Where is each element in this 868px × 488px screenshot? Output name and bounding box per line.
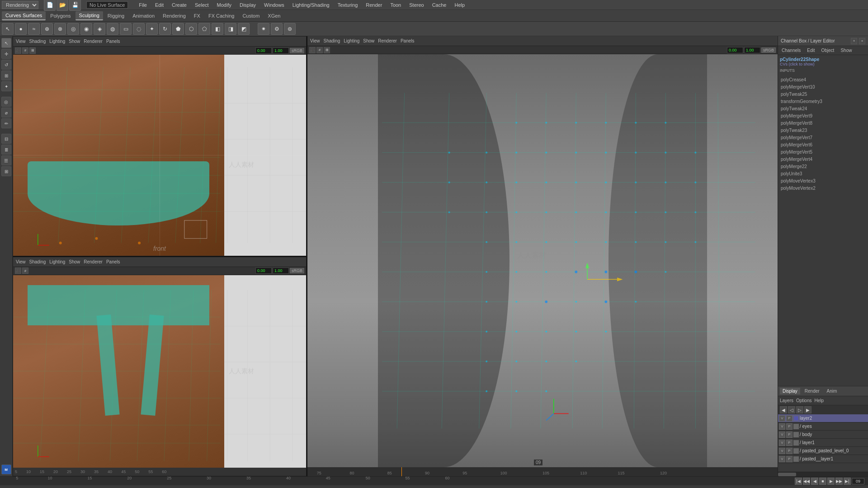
layer-row-1[interactable]: V P / eyes — [778, 422, 868, 431]
play-start-btn[interactable]: |◀ — [795, 478, 802, 485]
channel-item-15[interactable]: polyMoveVertex2 — [780, 185, 866, 192]
channel-item-6[interactable]: polyMergeVert8 — [780, 120, 866, 127]
vp-r-camera-btn[interactable]: 🎥 — [309, 47, 316, 53]
layer-prev2-btn[interactable]: ◁ — [788, 406, 795, 413]
vp-r-show-menu[interactable]: Show — [363, 38, 374, 43]
layer-p-btn-1[interactable]: P — [786, 423, 793, 430]
play-fwd-btn[interactable]: ▶ — [827, 478, 835, 485]
layer-scrollbar[interactable] — [778, 472, 868, 476]
layer-row-3[interactable]: V P / layer1 — [778, 439, 868, 447]
layer-next2-btn[interactable]: ▷ — [796, 406, 803, 413]
layer-p-btn-5[interactable]: P — [786, 456, 793, 462]
viewport-tl-canvas[interactable]: front 人人素材 — [13, 55, 306, 256]
layer-row-5[interactable]: V P / pasted__layer1 — [778, 455, 868, 463]
layer-subtab-layers[interactable]: Layers — [780, 398, 793, 403]
vp-r-grid-btn[interactable]: # — [316, 47, 323, 53]
maya-logo-btn[interactable]: M — [1, 465, 11, 474]
channel-item-11[interactable]: polyMergeVert4 — [780, 156, 866, 163]
tab-rendering[interactable]: Rendering — [159, 12, 189, 20]
menu-edit[interactable]: Edit — [153, 1, 165, 9]
sculpt-relax-tool[interactable]: ≈ — [28, 23, 40, 35]
save-scene-btn[interactable]: 💾 — [69, 0, 81, 11]
viewport-right-canvas[interactable]: 人人素材 09 — [307, 54, 778, 467]
sculpt-smooth-tool[interactable]: ◎ — [67, 23, 79, 35]
sculpt-knife-tool[interactable]: ◨ — [225, 23, 236, 35]
select-tool-btn[interactable]: ↖ — [1, 38, 11, 48]
paint-sel-btn[interactable]: ✏ — [1, 118, 11, 128]
channel-item-10[interactable]: polyMergeVert5 — [780, 149, 866, 156]
cb-tab-object[interactable]: Object — [820, 47, 836, 54]
layer-subtab-options[interactable]: Options — [796, 398, 811, 403]
sculpt-fill-tool[interactable]: ◧ — [212, 23, 223, 35]
layer-v-btn-0[interactable]: V — [779, 415, 785, 422]
layer-v-btn-4[interactable]: V — [779, 448, 785, 454]
component-editor-btn[interactable]: ⊟ — [1, 134, 11, 144]
cvs-link[interactable]: CVs (click to show) — [780, 62, 866, 66]
vp-lighting-menu[interactable]: Lighting — [49, 39, 65, 44]
channel-item-3[interactable]: transformGeometry3 — [780, 98, 866, 105]
cb-tab-channels[interactable]: Channels — [780, 47, 802, 54]
sculpt-select-tool[interactable]: ↖ — [2, 23, 14, 35]
layer-v-btn-5[interactable]: V — [779, 456, 785, 462]
channel-item-12[interactable]: polyMerge22 — [780, 163, 866, 170]
sculpt-flatten-tool[interactable]: ▭ — [120, 23, 132, 35]
sculpt-special2[interactable]: ⚙ — [271, 23, 283, 35]
vp-shading-menu[interactable]: Shading — [29, 39, 46, 44]
layer-p-btn-3[interactable]: P — [786, 440, 793, 446]
vp-renderer-menu[interactable]: Renderer — [84, 39, 103, 44]
play-next-btn[interactable]: ▶▶ — [835, 478, 843, 485]
sculpt-wax-tool[interactable]: ⬡ — [185, 23, 197, 35]
tab-animation[interactable]: Animation — [129, 12, 158, 20]
vp-bl-lighting-menu[interactable]: Lighting — [49, 259, 65, 264]
channel-item-0[interactable]: polyCrease4 — [780, 76, 866, 84]
sculpt-special1[interactable]: ✷ — [258, 23, 269, 35]
sculpt-pull-tool[interactable]: ⊗ — [54, 23, 66, 35]
vp-r-view-menu[interactable]: View — [310, 38, 320, 43]
move-tool-btn[interactable]: ✛ — [1, 49, 11, 59]
play-prev-btn[interactable]: ◀◀ — [803, 478, 810, 485]
cb-tab-show[interactable]: Show — [839, 47, 854, 54]
menu-help[interactable]: Help — [453, 1, 467, 9]
vp-bl-camera-btn[interactable]: 🎥 — [15, 267, 21, 274]
sculpt-bulge-tool[interactable]: ◍ — [107, 23, 118, 35]
channel-item-7[interactable]: polyTweak23 — [780, 127, 866, 134]
sculpt-special3[interactable]: ⊚ — [284, 23, 296, 35]
channel-item-14[interactable]: polyMoveVertex3 — [780, 178, 866, 185]
menu-lighting-shading[interactable]: Lighting/Shading — [291, 1, 331, 9]
layer-row-0[interactable]: V P layer2 — [778, 414, 868, 422]
vp-view-menu[interactable]: View — [16, 39, 26, 44]
new-scene-btn[interactable]: 📄 — [44, 0, 56, 11]
tab-custom[interactable]: Custom — [239, 12, 263, 20]
vp-bl-show-menu[interactable]: Show — [69, 259, 80, 264]
sculpt-inflate-tool[interactable]: ◉ — [80, 23, 92, 35]
play-back-btn[interactable]: ◀ — [811, 478, 818, 485]
sculpt-scrape-tool[interactable]: ⬠ — [198, 23, 210, 35]
layer-v-btn-3[interactable]: V — [779, 440, 785, 446]
menu-cache[interactable]: Cache — [430, 1, 448, 9]
sculpt-spray-tool[interactable]: ✦ — [146, 23, 158, 35]
open-scene-btn[interactable]: 📂 — [57, 0, 68, 11]
vp-grid-btn[interactable]: # — [22, 47, 28, 54]
le-tab-render[interactable]: Render — [802, 388, 822, 394]
play-stop-btn[interactable]: ■ — [819, 478, 826, 485]
layer-p-btn-0[interactable]: P — [786, 415, 793, 422]
soft-select-btn[interactable]: ◎ — [1, 97, 11, 107]
menu-modify[interactable]: Modify — [215, 1, 233, 9]
layer-p-btn-4[interactable]: P — [786, 448, 793, 454]
layer-p-btn-2[interactable]: P — [786, 432, 793, 438]
vp-r-lighting-menu[interactable]: Lighting — [344, 38, 359, 43]
outliner-btn[interactable]: ☰ — [1, 155, 11, 165]
menu-display[interactable]: Display — [238, 1, 258, 9]
tab-sculpting[interactable]: Sculpting — [75, 11, 103, 20]
channel-item-9[interactable]: polyMergeVert6 — [780, 141, 866, 149]
vp-r-panels-menu[interactable]: Panels — [401, 38, 415, 43]
layer-next-btn[interactable]: ▶ — [804, 406, 811, 413]
tab-fx[interactable]: FX — [190, 12, 204, 20]
hypergraph-btn[interactable]: ⊞ — [1, 166, 11, 176]
vp-bl-shading-menu[interactable]: Shading — [29, 259, 46, 264]
vp-r-wire-btn[interactable]: ⊞ — [324, 47, 330, 53]
layer-prev-btn[interactable]: ◀ — [780, 406, 787, 413]
menu-stereo[interactable]: Stereo — [407, 1, 425, 9]
sculpt-push-tool[interactable]: ⊕ — [41, 23, 53, 35]
layer-subtab-help[interactable]: Help — [814, 398, 824, 403]
